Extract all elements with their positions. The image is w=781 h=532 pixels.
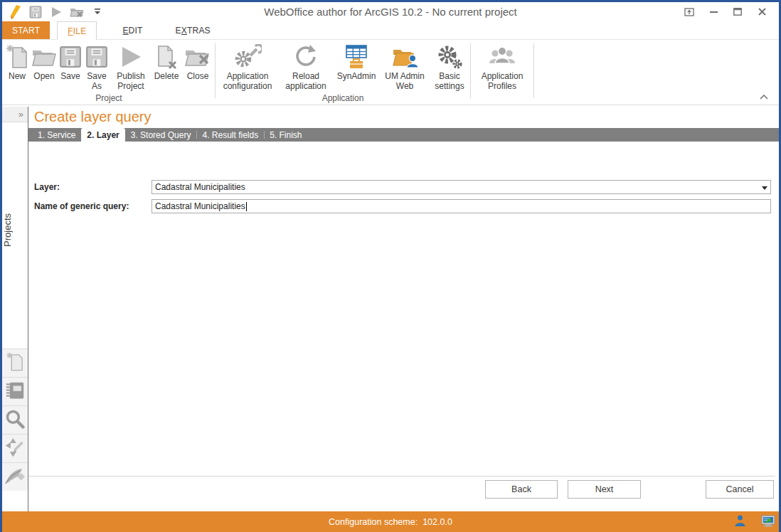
search-icon [5, 409, 25, 432]
sidebar-tool-search[interactable] [2, 405, 28, 434]
tab-extras-label: EXTRAS [176, 26, 211, 36]
save-label: Save [60, 71, 80, 81]
um-admin-web-label: UM Admin Web [381, 71, 429, 91]
step-result-fields[interactable]: 4. Result fields [196, 128, 264, 142]
application-configuration-button[interactable]: Application configuration [217, 42, 278, 91]
minimize-icon[interactable] [703, 5, 723, 19]
open-button[interactable]: Open [30, 42, 58, 81]
save-as-icon [85, 43, 108, 71]
ribbon-group-application: Application configuration Reload applica… [217, 40, 469, 105]
query-name-input[interactable]: Cadastral Municipalities [152, 199, 771, 213]
open-label: Open [33, 71, 54, 81]
layer-query-form: Layer: Cadastral Municipalities Name of … [34, 180, 771, 213]
open-folder-icon [31, 43, 57, 71]
configuration-scheme: Configuration scheme: 102.0.0 [329, 517, 452, 527]
close-icon[interactable] [752, 5, 772, 19]
folder-user-icon [391, 43, 418, 71]
sidebar-tool-notebook[interactable] [2, 377, 28, 405]
close-project-button[interactable]: Close [182, 42, 213, 81]
back-button[interactable]: Back [485, 480, 558, 499]
reload-application-button[interactable]: Reload application [278, 42, 334, 91]
sidebar-toolbar [2, 349, 28, 491]
synadmin-label: SynAdmin [337, 71, 376, 81]
configuration-scheme-label: Configuration scheme: [329, 517, 418, 527]
save-icon [59, 43, 82, 71]
close-folder-icon [184, 43, 211, 71]
wizard-panel: Create layer query 1. Service 2. Layer 3… [28, 107, 779, 511]
chevron-expand-icon: » [18, 109, 23, 119]
step-service[interactable]: 1. Service [32, 128, 81, 142]
status-bar: Configuration scheme: 102.0.0 [0, 511, 781, 532]
tab-start-label: START [12, 26, 40, 36]
publish-play-icon[interactable] [49, 5, 63, 19]
save-as-label: Save As [84, 71, 110, 91]
next-button[interactable]: Next [568, 480, 641, 499]
user-icon[interactable] [735, 515, 745, 529]
new-label: New [9, 71, 26, 81]
monitor-status-icon[interactable] [761, 515, 775, 529]
sidebar-tool-pen[interactable] [2, 462, 28, 491]
query-name-label: Name of generic query: [34, 201, 146, 211]
application-profiles-button[interactable]: Application Profiles [472, 42, 532, 91]
publish-project-button[interactable]: Publish Project [111, 42, 151, 91]
pin-ribbon-icon[interactable] [679, 5, 699, 19]
sidebar-expand-button[interactable]: » [2, 107, 28, 122]
title-bar: WebOffice author for ArcGIS 10.2 - No cu… [2, 2, 779, 21]
chevron-down-icon [762, 182, 767, 192]
people-icon [488, 43, 516, 71]
step-finish[interactable]: 5. Finish [264, 128, 307, 142]
tab-file-label: FILE [68, 26, 86, 36]
layer-select-value: Cadastral Municipalities [155, 182, 245, 192]
close-project-folder-icon[interactable] [70, 5, 84, 19]
tab-edit[interactable]: EDIT [112, 21, 152, 39]
basic-settings-label: Basic settings [432, 71, 467, 91]
ribbon-group-project-caption: Project [4, 93, 213, 105]
tab-file[interactable]: FILE [57, 21, 97, 40]
um-admin-web-button[interactable]: UM Admin Web [379, 42, 430, 91]
delete-label: Delete [154, 71, 179, 81]
delete-button[interactable]: Delete [151, 42, 182, 81]
reload-application-label: Reload application [280, 71, 332, 91]
window-controls [679, 5, 779, 19]
gear-wrench-icon [233, 43, 262, 71]
application-profiles-label: Application Profiles [474, 71, 531, 91]
save-as-button[interactable]: Save As [83, 42, 111, 91]
ribbon-separator [533, 43, 534, 98]
reload-icon [293, 43, 319, 71]
page-title: Create layer query [34, 109, 779, 125]
synadmin-button[interactable]: SynAdmin [334, 42, 379, 81]
save-icon[interactable] [28, 5, 43, 19]
move-edit-icon [5, 437, 25, 460]
step-stored-query[interactable]: 3. Stored Query [125, 128, 197, 142]
cancel-button[interactable]: Cancel [706, 480, 774, 499]
new-button[interactable]: New [4, 42, 30, 81]
sidebar-panel-label[interactable]: Projects [2, 213, 28, 247]
status-icons [735, 511, 775, 532]
customize-quick-access-icon[interactable] [90, 5, 105, 19]
layer-label: Layer: [34, 182, 146, 192]
projects-sidebar: » Projects [2, 107, 28, 511]
window-title: WebOffice author for ArcGIS 10.2 - No cu… [2, 6, 779, 18]
main-area: » Projects [2, 107, 779, 511]
tab-extras[interactable]: EXTRAS [166, 21, 221, 39]
maximize-icon[interactable] [728, 5, 748, 19]
sidebar-tool-new[interactable] [2, 349, 28, 377]
query-name-value: Cadastral Municipalities [155, 201, 245, 211]
tab-start[interactable]: START [2, 21, 50, 39]
footer-divider [28, 476, 775, 477]
step-layer[interactable]: 2. Layer [81, 128, 124, 142]
sidebar-tool-move-edit[interactable] [2, 434, 28, 462]
ribbon-separator [470, 43, 471, 98]
collapse-ribbon-chevron-icon[interactable] [758, 92, 770, 102]
save-button[interactable]: Save [58, 42, 83, 81]
basic-settings-button[interactable]: Basic settings [430, 42, 469, 91]
ribbon-separator [215, 43, 216, 98]
notebook-icon [5, 381, 25, 403]
ribbon-group-profiles: Application Profiles [472, 40, 532, 105]
gears-icon [436, 43, 463, 71]
layer-select[interactable]: Cadastral Municipalities [152, 180, 771, 194]
quick-access-toolbar [2, 5, 105, 19]
ribbon: New Open Save [2, 40, 779, 105]
table-toolbox-icon [344, 43, 368, 71]
ribbon-group-project: New Open Save [4, 40, 213, 105]
